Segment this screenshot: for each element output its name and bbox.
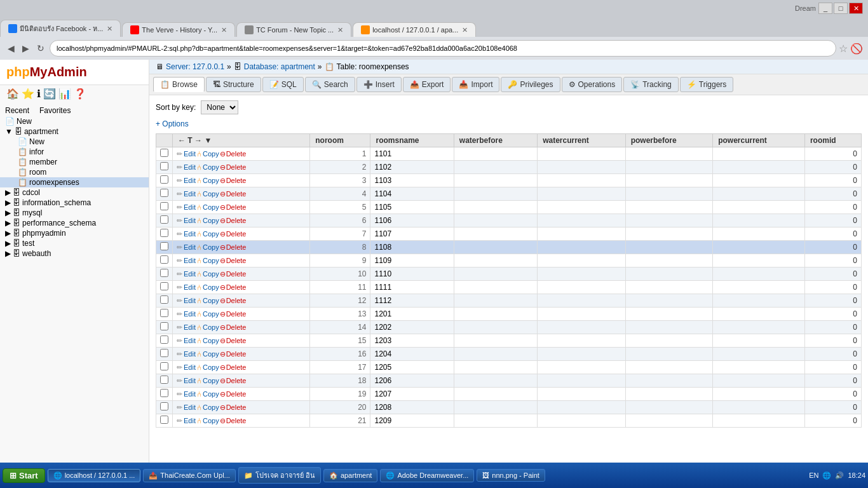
edit-link[interactable]: Edit [184,270,196,278]
forward-button[interactable]: ▶ [20,42,32,55]
sort-key-select[interactable]: None [201,100,238,114]
volume-icon[interactable]: 🔊 [835,471,844,480]
delete-link[interactable]: Delete [226,217,247,224]
tab-browse[interactable]: 📋 Browse [153,77,205,92]
copy-link[interactable]: Copy [203,270,219,278]
edit-link[interactable]: Edit [184,163,196,171]
delete-link[interactable]: Delete [226,310,247,318]
edit-link[interactable]: Edit [184,230,196,238]
edit-link[interactable]: Edit [184,390,196,398]
delete-link[interactable]: Delete [226,363,247,371]
taskbar-item-paint[interactable]: 🖼 nnn.png - Paint [477,469,545,482]
th-roomsname[interactable]: roomsname [370,134,454,147]
copy-link[interactable]: Copy [203,297,219,304]
row-checkbox[interactable] [160,309,168,317]
copy-link[interactable]: Copy [203,217,219,224]
edit-link[interactable]: Edit [184,297,196,304]
row-checkbox[interactable] [160,282,168,290]
tree-db-webauth[interactable]: ▶ 🗄 webauth [0,248,149,259]
tab-search[interactable]: 🔍 Search [305,77,355,92]
copy-link[interactable]: Copy [203,417,219,424]
edit-link[interactable]: Edit [184,403,196,411]
copy-link[interactable]: Copy [203,177,219,184]
tab-close-facebook[interactable]: ✕ [107,25,112,33]
delete-link[interactable]: Delete [226,417,247,424]
tab-close-youtube[interactable]: ✕ [221,26,227,34]
edit-link[interactable]: Edit [184,177,196,184]
chart-icon[interactable]: 📊 [58,88,71,100]
tab-tracking[interactable]: 📡 Tracking [623,77,679,92]
delete-link[interactable]: Delete [226,150,247,158]
taskbar-item-thaicreate[interactable]: 📤 ThaiCreate.Com Upl... [143,469,235,482]
copy-link[interactable]: Copy [203,203,219,211]
window-controls[interactable]: _ □ ✕ [818,3,863,14]
refresh-icon[interactable]: 🔄 [43,88,56,100]
reload-button[interactable]: ↻ [34,42,47,55]
row-checkbox[interactable] [160,349,168,357]
tab-operations[interactable]: ⚙ Operations [562,77,623,92]
delete-link[interactable]: Delete [226,403,247,411]
copy-link[interactable]: Copy [203,377,219,384]
copy-link[interactable]: Copy [203,403,219,411]
tab-tcforum[interactable]: TC Forum - New Topic ... ✕ [236,22,351,37]
delete-link[interactable]: Delete [226,257,247,264]
edit-link[interactable]: Edit [184,257,196,264]
tab-close-localhost[interactable]: ✕ [462,26,468,34]
minimize-button[interactable]: _ [818,3,832,14]
back-button[interactable]: ◀ [5,42,17,55]
tree-db-phpmyadmin[interactable]: ▶ 🗄 phpmyadmin [0,228,149,238]
tab-sql[interactable]: 📝 SQL [262,77,304,92]
tab-facebook[interactable]: มีนิติตอบรัง Facebook - ห... ✕ [0,20,121,37]
tab-triggers[interactable]: ⚡ Triggers [680,77,734,92]
row-checkbox[interactable] [160,362,168,370]
tab-structure[interactable]: 🏗 Structure [206,77,261,92]
delete-link[interactable]: Delete [226,190,247,198]
tree-db-information-schema[interactable]: ▶ 🗄 information_schema [0,198,149,208]
tab-import[interactable]: 📥 Import [452,77,499,92]
tree-db-cdcol[interactable]: ▶ 🗄 cdcol [0,187,149,198]
th-waterbefore[interactable]: waterbefore [454,134,537,147]
delete-link[interactable]: Delete [226,177,247,184]
tab-localhost[interactable]: localhost / 127.0.0.1 / apa... ✕ [353,22,476,37]
th-powerbefore[interactable]: powerbefore [625,134,712,147]
edit-link[interactable]: Edit [184,350,196,358]
tab-youtube[interactable]: The Verve - History - Y... ✕ [122,22,235,37]
home-icon[interactable]: 🏠 [6,88,19,100]
edit-link[interactable]: Edit [184,337,196,344]
tab-export[interactable]: 📤 Export [403,77,451,92]
delete-link[interactable]: Delete [226,270,247,278]
close-button[interactable]: ✕ [849,3,863,14]
row-checkbox[interactable] [160,416,168,424]
delete-link[interactable]: Delete [226,163,247,171]
delete-link[interactable]: Delete [226,230,247,238]
row-checkbox[interactable] [160,175,168,184]
row-checkbox[interactable] [160,242,168,250]
row-checkbox[interactable] [160,322,168,330]
delete-link[interactable]: Delete [226,390,247,398]
row-checkbox[interactable] [160,162,168,170]
copy-link[interactable]: Copy [203,230,219,238]
sort-right-icon[interactable]: → [194,136,202,145]
delete-link[interactable]: Delete [226,377,247,384]
edit-link[interactable]: Edit [184,323,196,331]
bookmark-icon[interactable]: ☆ [839,43,848,55]
delete-link[interactable]: Delete [226,350,247,358]
edit-link[interactable]: Edit [184,243,196,251]
row-checkbox[interactable] [160,295,168,304]
row-checkbox[interactable] [160,336,168,344]
tree-db-apartment[interactable]: ▼ 🗄 apartment [0,126,149,137]
tree-new-top[interactable]: 📄 New [0,116,149,126]
copy-link[interactable]: Copy [203,363,219,371]
taskbar-item-project[interactable]: 📁 โปรเจค อาจารย์ อิน [238,467,321,484]
delete-link[interactable]: Delete [226,243,247,251]
help-icon[interactable]: ❓ [74,88,86,100]
options-link[interactable]: + Options [156,119,189,128]
copy-link[interactable]: Copy [203,243,219,251]
address-input[interactable] [50,40,836,57]
tab-close-tcforum[interactable]: ✕ [337,26,343,34]
start-button[interactable]: ⊞ Start [3,468,45,483]
row-checkbox[interactable] [160,389,168,397]
tree-table-member[interactable]: 📋 member [0,157,149,167]
copy-link[interactable]: Copy [203,323,219,331]
delete-link[interactable]: Delete [226,283,247,291]
